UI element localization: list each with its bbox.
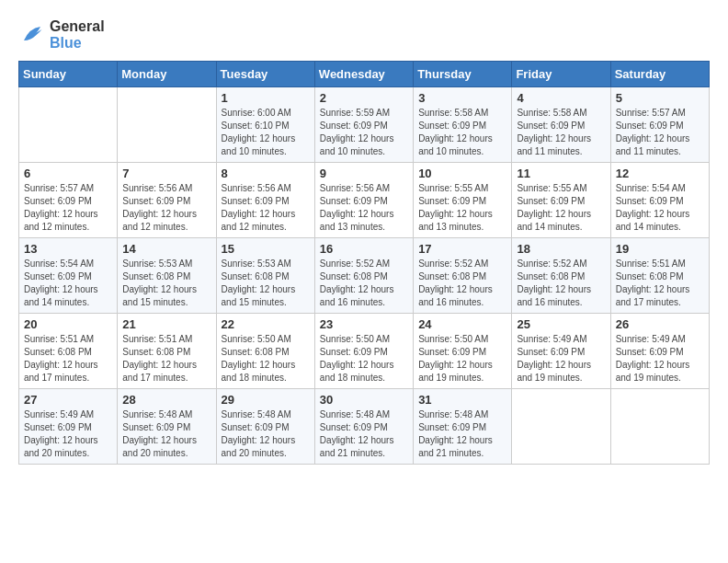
calendar-cell: 22Sunrise: 5:50 AM Sunset: 6:08 PM Dayli… — [216, 314, 314, 389]
day-number: 13 — [24, 242, 112, 256]
day-info: Sunrise: 5:56 AM Sunset: 6:09 PM Dayligh… — [122, 182, 210, 234]
calendar-week-row: 6Sunrise: 5:57 AM Sunset: 6:09 PM Daylig… — [19, 163, 710, 238]
calendar-cell: 13Sunrise: 5:54 AM Sunset: 6:09 PM Dayli… — [19, 238, 118, 314]
day-number: 31 — [418, 393, 506, 407]
day-info: Sunrise: 5:55 AM Sunset: 6:09 PM Dayligh… — [517, 182, 605, 234]
day-number: 25 — [517, 317, 605, 331]
header-day: Wednesday — [314, 62, 413, 87]
day-number: 21 — [122, 317, 210, 331]
day-info: Sunrise: 5:58 AM Sunset: 6:09 PM Dayligh… — [517, 107, 605, 158]
header-day: Tuesday — [216, 62, 314, 87]
day-number: 14 — [122, 242, 210, 256]
day-number: 28 — [122, 393, 210, 407]
calendar-cell: 6Sunrise: 5:57 AM Sunset: 6:09 PM Daylig… — [19, 163, 118, 238]
day-number: 23 — [320, 317, 408, 331]
header-day: Thursday — [414, 62, 512, 87]
day-number: 10 — [418, 167, 506, 180]
calendar-cell: 11Sunrise: 5:55 AM Sunset: 6:09 PM Dayli… — [512, 163, 610, 238]
calendar-cell: 9Sunrise: 5:56 AM Sunset: 6:09 PM Daylig… — [314, 163, 413, 238]
day-number: 24 — [418, 317, 506, 331]
calendar-week-row: 1Sunrise: 6:00 AM Sunset: 6:10 PM Daylig… — [19, 87, 710, 163]
page-header: General Blue — [18, 18, 710, 52]
day-number: 2 — [320, 91, 408, 105]
day-info: Sunrise: 5:51 AM Sunset: 6:08 PM Dayligh… — [122, 333, 210, 385]
calendar-cell — [118, 87, 216, 163]
day-info: Sunrise: 5:57 AM Sunset: 6:09 PM Dayligh… — [616, 107, 704, 158]
calendar-week-row: 27Sunrise: 5:49 AM Sunset: 6:09 PM Dayli… — [19, 389, 710, 465]
day-number: 20 — [24, 317, 112, 331]
logo-text: General Blue — [50, 18, 105, 52]
day-info: Sunrise: 6:00 AM Sunset: 6:10 PM Dayligh… — [222, 107, 310, 158]
header-row: SundayMondayTuesdayWednesdayThursdayFrid… — [19, 62, 710, 87]
calendar-cell: 28Sunrise: 5:48 AM Sunset: 6:09 PM Dayli… — [118, 389, 216, 465]
day-number: 30 — [320, 393, 408, 407]
day-info: Sunrise: 5:53 AM Sunset: 6:08 PM Dayligh… — [222, 258, 310, 309]
calendar-body: 1Sunrise: 6:00 AM Sunset: 6:10 PM Daylig… — [19, 87, 710, 465]
day-info: Sunrise: 5:52 AM Sunset: 6:08 PM Dayligh… — [320, 258, 408, 309]
calendar-cell: 25Sunrise: 5:49 AM Sunset: 6:09 PM Dayli… — [512, 314, 610, 389]
calendar-cell: 7Sunrise: 5:56 AM Sunset: 6:09 PM Daylig… — [118, 163, 216, 238]
day-info: Sunrise: 5:48 AM Sunset: 6:09 PM Dayligh… — [320, 408, 408, 460]
calendar-cell: 5Sunrise: 5:57 AM Sunset: 6:09 PM Daylig… — [610, 87, 709, 163]
calendar-cell — [610, 389, 709, 465]
calendar-cell: 17Sunrise: 5:52 AM Sunset: 6:08 PM Dayli… — [414, 238, 512, 314]
day-number: 3 — [418, 91, 506, 105]
header-day: Saturday — [610, 62, 709, 87]
day-info: Sunrise: 5:50 AM Sunset: 6:09 PM Dayligh… — [418, 333, 506, 385]
day-number: 12 — [616, 167, 704, 180]
day-number: 27 — [24, 393, 112, 407]
day-number: 9 — [320, 167, 408, 180]
calendar-cell: 14Sunrise: 5:53 AM Sunset: 6:08 PM Dayli… — [118, 238, 216, 314]
calendar-cell: 4Sunrise: 5:58 AM Sunset: 6:09 PM Daylig… — [512, 87, 610, 163]
calendar-table: SundayMondayTuesdayWednesdayThursdayFrid… — [18, 61, 710, 465]
calendar-cell: 24Sunrise: 5:50 AM Sunset: 6:09 PM Dayli… — [414, 314, 512, 389]
calendar-cell: 12Sunrise: 5:54 AM Sunset: 6:09 PM Dayli… — [610, 163, 709, 238]
day-info: Sunrise: 5:53 AM Sunset: 6:08 PM Dayligh… — [122, 258, 210, 309]
day-info: Sunrise: 5:52 AM Sunset: 6:08 PM Dayligh… — [517, 258, 605, 309]
calendar-cell: 16Sunrise: 5:52 AM Sunset: 6:08 PM Dayli… — [314, 238, 413, 314]
day-number: 4 — [517, 91, 605, 105]
calendar-cell: 27Sunrise: 5:49 AM Sunset: 6:09 PM Dayli… — [19, 389, 118, 465]
day-info: Sunrise: 5:51 AM Sunset: 6:08 PM Dayligh… — [616, 258, 704, 309]
calendar-cell: 19Sunrise: 5:51 AM Sunset: 6:08 PM Dayli… — [610, 238, 709, 314]
calendar-cell — [19, 87, 118, 163]
header-day: Sunday — [19, 62, 118, 87]
day-number: 15 — [222, 242, 310, 256]
day-info: Sunrise: 5:48 AM Sunset: 6:09 PM Dayligh… — [122, 408, 210, 460]
logo-icon — [18, 21, 46, 49]
day-number: 6 — [24, 167, 112, 180]
header-day: Monday — [118, 62, 216, 87]
calendar-cell: 10Sunrise: 5:55 AM Sunset: 6:09 PM Dayli… — [414, 163, 512, 238]
day-info: Sunrise: 5:59 AM Sunset: 6:09 PM Dayligh… — [320, 107, 408, 158]
day-info: Sunrise: 5:50 AM Sunset: 6:09 PM Dayligh… — [320, 333, 408, 385]
day-number: 7 — [122, 167, 210, 180]
day-number: 16 — [320, 242, 408, 256]
calendar-cell: 20Sunrise: 5:51 AM Sunset: 6:08 PM Dayli… — [19, 314, 118, 389]
day-info: Sunrise: 5:57 AM Sunset: 6:09 PM Dayligh… — [24, 182, 112, 234]
day-info: Sunrise: 5:51 AM Sunset: 6:08 PM Dayligh… — [24, 333, 112, 385]
calendar-cell: 26Sunrise: 5:49 AM Sunset: 6:09 PM Dayli… — [610, 314, 709, 389]
calendar-cell: 8Sunrise: 5:56 AM Sunset: 6:09 PM Daylig… — [216, 163, 314, 238]
day-number: 1 — [222, 91, 310, 105]
day-info: Sunrise: 5:52 AM Sunset: 6:08 PM Dayligh… — [418, 258, 506, 309]
day-info: Sunrise: 5:56 AM Sunset: 6:09 PM Dayligh… — [222, 182, 310, 234]
header-day: Friday — [512, 62, 610, 87]
calendar-cell: 18Sunrise: 5:52 AM Sunset: 6:08 PM Dayli… — [512, 238, 610, 314]
calendar-cell: 3Sunrise: 5:58 AM Sunset: 6:09 PM Daylig… — [414, 87, 512, 163]
day-number: 8 — [222, 167, 310, 180]
day-number: 11 — [517, 167, 605, 180]
calendar-cell: 1Sunrise: 6:00 AM Sunset: 6:10 PM Daylig… — [216, 87, 314, 163]
calendar-cell — [512, 389, 610, 465]
day-number: 17 — [418, 242, 506, 256]
day-number: 19 — [616, 242, 704, 256]
calendar-header: SundayMondayTuesdayWednesdayThursdayFrid… — [19, 62, 710, 87]
calendar-cell: 30Sunrise: 5:48 AM Sunset: 6:09 PM Dayli… — [314, 389, 413, 465]
day-number: 26 — [616, 317, 704, 331]
day-info: Sunrise: 5:49 AM Sunset: 6:09 PM Dayligh… — [24, 408, 112, 460]
logo: General Blue — [18, 18, 105, 52]
calendar-week-row: 20Sunrise: 5:51 AM Sunset: 6:08 PM Dayli… — [19, 314, 710, 389]
day-info: Sunrise: 5:48 AM Sunset: 6:09 PM Dayligh… — [222, 408, 310, 460]
day-number: 22 — [222, 317, 310, 331]
day-number: 18 — [517, 242, 605, 256]
day-info: Sunrise: 5:58 AM Sunset: 6:09 PM Dayligh… — [418, 107, 506, 158]
